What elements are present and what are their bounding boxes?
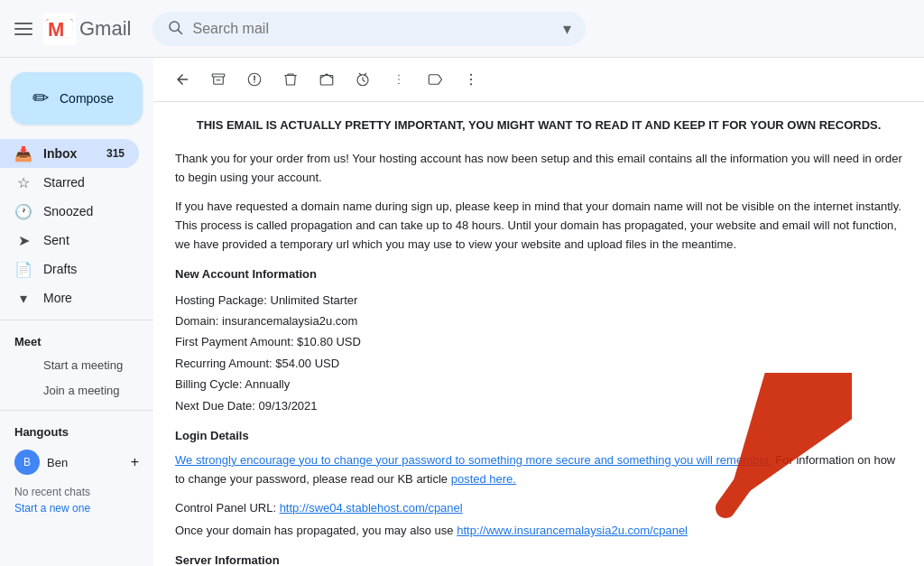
more-label: More bbox=[43, 291, 72, 305]
more-options-button[interactable] bbox=[384, 65, 413, 94]
svg-point-15 bbox=[470, 83, 472, 85]
server-info-title: Server Information bbox=[175, 552, 902, 566]
sidebar: ✏ Compose 📥 Inbox 315 ☆ Starred 🕐 Snooze… bbox=[0, 58, 153, 566]
svg-point-14 bbox=[470, 79, 472, 80]
snoozed-icon: 🕐 bbox=[14, 203, 32, 220]
more-icon: ▾ bbox=[14, 290, 32, 307]
starred-icon: ☆ bbox=[14, 174, 32, 191]
sent-label: Sent bbox=[43, 233, 69, 247]
email-body: THIS EMAIL IS ACTUALLY PRETTY IMPORTANT,… bbox=[153, 102, 924, 566]
gmail-wordmark: Gmail bbox=[79, 17, 131, 41]
account-info-line-5: Next Due Date: 09/13/2021 bbox=[175, 395, 902, 416]
svg-rect-4 bbox=[212, 74, 225, 77]
login-details-title: Login Details bbox=[175, 427, 902, 446]
new-account-title: New Account Information bbox=[175, 265, 902, 284]
email-para-2: If you have requested a domain name duri… bbox=[175, 198, 902, 254]
propagated-text: Once your domain has propagated, you may… bbox=[175, 524, 454, 537]
control-panel-label: Control Panel URL: bbox=[175, 501, 276, 515]
control-panel-line: Control Panel URL: http://swe04.stableho… bbox=[175, 499, 902, 518]
account-info-line-2: First Payment Amount: $10.80 USD bbox=[175, 331, 902, 352]
hangouts-user: B Ben + bbox=[14, 450, 139, 475]
svg-text:M: M bbox=[48, 18, 64, 41]
change-password-link[interactable]: We strongly encourage you to change your… bbox=[175, 453, 772, 467]
drafts-label: Drafts bbox=[43, 262, 77, 276]
search-icon bbox=[167, 19, 183, 38]
archive-button[interactable] bbox=[204, 65, 233, 94]
account-info-line-3: Recurring Amount: $54.00 USD bbox=[175, 353, 902, 374]
sidebar-item-more[interactable]: ▾ More bbox=[0, 283, 139, 312]
change-password-text: We strongly encourage you to change your… bbox=[175, 451, 902, 489]
account-info-line-0: Hosting Package: Unlimited Starter bbox=[175, 290, 902, 311]
compose-plus-icon: ✏ bbox=[32, 87, 49, 110]
label-button[interactable] bbox=[420, 65, 449, 94]
move-to-button[interactable] bbox=[312, 65, 341, 94]
sent-icon: ➤ bbox=[14, 232, 32, 249]
svg-line-3 bbox=[179, 30, 182, 33]
drafts-icon: 📄 bbox=[14, 261, 32, 278]
gmail-m-icon: M bbox=[43, 13, 76, 45]
join-meeting-label: Join a meeting bbox=[43, 384, 120, 397]
email-banner: THIS EMAIL IS ACTUALLY PRETTY IMPORTANT,… bbox=[175, 116, 902, 135]
account-info-line-4: Billing Cycle: Annually bbox=[175, 374, 902, 394]
account-info-line-1: Domain: insurancemalaysia2u.com bbox=[175, 311, 902, 331]
hangouts-section: B Ben + bbox=[0, 442, 153, 482]
email-area: THIS EMAIL IS ACTUALLY PRETTY IMPORTANT,… bbox=[153, 58, 924, 566]
hangouts-username: Ben bbox=[47, 456, 68, 469]
report-spam-button[interactable] bbox=[240, 65, 269, 94]
control-panel-url-link[interactable]: http://swe04.stablehost.com/cpanel bbox=[280, 501, 463, 515]
account-info: Hosting Package: Unlimited Starter Domai… bbox=[175, 290, 902, 416]
inbox-icon: 📥 bbox=[14, 145, 32, 162]
snooze-button[interactable] bbox=[348, 65, 377, 94]
kebab-menu-button[interactable] bbox=[457, 65, 485, 94]
back-button[interactable] bbox=[168, 65, 197, 94]
inbox-badge: 315 bbox=[106, 147, 125, 160]
main-layout: ✏ Compose 📥 Inbox 315 ☆ Starred 🕐 Snooze… bbox=[0, 58, 924, 566]
hangouts-section-label: Hangouts bbox=[0, 418, 153, 442]
sidebar-item-drafts[interactable]: 📄 Drafts bbox=[0, 255, 139, 283]
propagated-line: Once your domain has propagated, you may… bbox=[175, 522, 902, 541]
email-para-1: Thank you for your order from us! Your h… bbox=[175, 150, 902, 188]
avatar: B bbox=[14, 450, 40, 475]
hamburger-menu[interactable] bbox=[14, 23, 32, 35]
svg-point-8 bbox=[254, 81, 255, 83]
sidebar-item-sent[interactable]: ➤ Sent bbox=[0, 226, 139, 255]
sidebar-divider-2 bbox=[0, 410, 153, 411]
search-bar[interactable]: ▾ bbox=[152, 12, 586, 46]
sidebar-item-inbox[interactable]: 📥 Inbox 315 bbox=[0, 139, 139, 168]
meet-section-label: Meet bbox=[0, 328, 153, 352]
search-dropdown-icon[interactable]: ▾ bbox=[563, 19, 571, 39]
sidebar-item-snoozed[interactable]: 🕐 Snoozed bbox=[0, 197, 139, 226]
compose-button[interactable]: ✏ Compose bbox=[11, 72, 143, 125]
no-chats-text: No recent chats bbox=[0, 482, 153, 502]
top-bar: M Gmail ▾ bbox=[0, 0, 924, 58]
propagated-url-link[interactable]: http://www.insurancemalaysia2u.com/cpane… bbox=[457, 524, 688, 537]
snoozed-label: Snoozed bbox=[43, 204, 93, 218]
svg-point-13 bbox=[470, 74, 472, 76]
start-new-chat-link[interactable]: Start a new one bbox=[0, 502, 153, 515]
starred-label: Starred bbox=[43, 175, 85, 190]
sidebar-item-start-meeting[interactable]: Start a meeting bbox=[0, 352, 153, 377]
sidebar-item-join-meeting[interactable]: Join a meeting bbox=[0, 377, 153, 403]
add-hangout-icon[interactable]: + bbox=[131, 454, 139, 470]
sidebar-divider-1 bbox=[0, 320, 153, 320]
posted-here-link[interactable]: posted here. bbox=[451, 472, 516, 486]
delete-button[interactable] bbox=[276, 65, 305, 94]
sidebar-item-starred[interactable]: ☆ Starred bbox=[0, 168, 139, 197]
email-toolbar bbox=[153, 58, 924, 102]
search-input[interactable] bbox=[192, 21, 535, 37]
gmail-logo: M Gmail bbox=[43, 13, 131, 45]
start-meeting-label: Start a meeting bbox=[43, 358, 123, 372]
inbox-label: Inbox bbox=[43, 146, 77, 161]
compose-label: Compose bbox=[60, 91, 114, 106]
